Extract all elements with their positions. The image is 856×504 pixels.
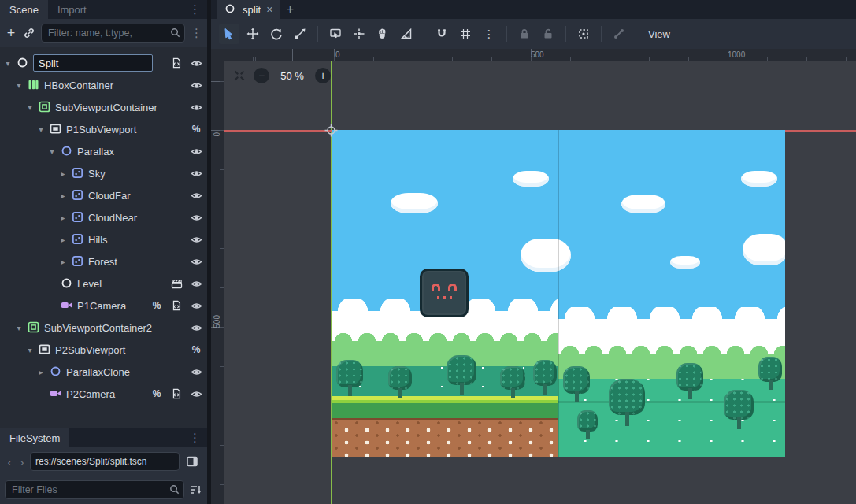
- rename-field[interactable]: Split: [33, 54, 153, 72]
- tree-node-forest[interactable]: ▸Forest: [0, 250, 207, 272]
- expand-icon[interactable]: ▸: [58, 169, 68, 178]
- origin-gizmo-icon[interactable]: [324, 124, 338, 139]
- visibility-eye-icon[interactable]: [188, 146, 204, 158]
- collapse-icon[interactable]: ▾: [36, 125, 46, 134]
- visibility-eye-icon[interactable]: [188, 234, 204, 246]
- unique-name-icon[interactable]: %: [188, 124, 204, 135]
- collapse-icon[interactable]: ▾: [3, 59, 13, 68]
- list-select-tool[interactable]: [325, 24, 346, 44]
- pan-tool[interactable]: [372, 24, 393, 44]
- add-node-button[interactable]: +: [5, 27, 17, 39]
- tree-node-p2subviewport[interactable]: ▾P2SubViewport%: [0, 339, 207, 361]
- instance-scene-link-icon[interactable]: [23, 27, 35, 39]
- tree-node-cloudnear[interactable]: ▸CloudNear: [0, 206, 207, 228]
- move-tool[interactable]: [243, 24, 263, 44]
- split-filesystem-panel-icon[interactable]: [186, 455, 198, 468]
- tree-node-hboxcontainer[interactable]: ▾HBoxContainer: [0, 74, 207, 96]
- smart-snap-toggle[interactable]: [432, 24, 452, 44]
- tree-node-p1camera[interactable]: P1Camera%: [0, 295, 207, 317]
- expand-icon[interactable]: ▸: [58, 191, 68, 200]
- select-tool[interactable]: [219, 24, 239, 44]
- group-button[interactable]: [573, 24, 594, 44]
- visibility-eye-icon[interactable]: [188, 256, 204, 268]
- tree-node-hills[interactable]: ▸Hills: [0, 228, 207, 250]
- expand-icon[interactable]: ▸: [58, 235, 68, 244]
- left-dock-tabbar: Scene Import ⋮: [0, 0, 207, 19]
- skeleton-menu[interactable]: [609, 24, 629, 44]
- tree-node-level[interactable]: Level: [0, 272, 207, 295]
- node-name-label: Parallax: [77, 146, 114, 158]
- view-menu-button[interactable]: View: [639, 26, 680, 43]
- unlock-button[interactable]: [538, 24, 558, 44]
- unique-name-icon[interactable]: %: [149, 300, 165, 311]
- script-icon[interactable]: [169, 57, 184, 69]
- expand-icon[interactable]: ▸: [58, 213, 68, 222]
- history-forward-icon[interactable]: ›: [17, 455, 27, 469]
- scene-panel-menu-icon[interactable]: ⋮: [191, 26, 202, 40]
- lock-button[interactable]: [514, 24, 535, 44]
- center-view-icon[interactable]: [233, 69, 246, 82]
- file-filter-input[interactable]: [5, 480, 184, 499]
- rotate-tool[interactable]: [266, 24, 287, 44]
- scene-tab-split[interactable]: split ×: [217, 0, 280, 19]
- zoom-level-label[interactable]: 50 %: [277, 70, 307, 82]
- expand-icon[interactable]: ▸: [58, 258, 68, 266]
- tree-node-subviewportcontainer[interactable]: ▾SubViewportContainer: [0, 96, 207, 118]
- tree-node-p1subviewport[interactable]: ▾P1SubViewport%: [0, 118, 207, 140]
- filesystem-menu-icon[interactable]: ⋮: [183, 428, 207, 447]
- new-scene-tab-button[interactable]: +: [280, 0, 300, 19]
- collapse-icon[interactable]: ▾: [14, 81, 24, 90]
- zoom-out-button[interactable]: −: [254, 68, 269, 83]
- tree-node-parallax[interactable]: ▾Parallax: [0, 140, 207, 162]
- dock-menu-icon[interactable]: ⋮: [183, 0, 207, 19]
- ruler-tool[interactable]: [396, 24, 417, 44]
- tab-import[interactable]: Import: [48, 0, 96, 19]
- script-icon[interactable]: [169, 388, 184, 399]
- collapse-icon[interactable]: ▾: [25, 103, 35, 112]
- visibility-eye-icon[interactable]: [188, 57, 204, 69]
- tree-node-subviewportcontainer2[interactable]: ▾SubViewportContainer2: [0, 317, 207, 339]
- file-sort-icon[interactable]: [190, 484, 202, 496]
- tree: [676, 363, 703, 399]
- unique-name-icon[interactable]: %: [149, 388, 165, 399]
- visibility-eye-icon[interactable]: [188, 190, 204, 202]
- scale-tool[interactable]: [290, 24, 310, 44]
- history-back-icon[interactable]: ‹: [5, 455, 14, 469]
- tree-node-split[interactable]: ▾Split: [0, 52, 207, 74]
- script-icon[interactable]: [169, 300, 184, 311]
- visibility-eye-icon[interactable]: [188, 366, 204, 378]
- visibility-eye-icon[interactable]: [188, 102, 204, 113]
- current-path-field[interactable]: [30, 452, 180, 471]
- tab-scene[interactable]: Scene: [0, 0, 48, 19]
- collapse-icon[interactable]: ▾: [25, 346, 35, 354]
- visibility-eye-icon[interactable]: [188, 388, 204, 400]
- expand-icon[interactable]: ▸: [36, 368, 46, 376]
- godot-editor: Scene Import ⋮ + ⋮ ▾Split▾HBoxContainer▾…: [0, 0, 856, 504]
- close-tab-icon[interactable]: ×: [266, 3, 272, 16]
- visibility-eye-icon[interactable]: [188, 278, 204, 290]
- scene-filter-input[interactable]: [41, 24, 185, 43]
- 2d-viewport-canvas[interactable]: − 50 % +: [224, 61, 856, 504]
- visibility-eye-icon[interactable]: [188, 300, 204, 312]
- pivot-tool[interactable]: [349, 24, 369, 44]
- visibility-eye-icon[interactable]: [188, 168, 204, 180]
- viewport-split-seam: [558, 130, 559, 457]
- open-scene-icon[interactable]: [169, 278, 184, 290]
- tree-node-p2camera[interactable]: P2Camera%: [0, 383, 207, 405]
- collapse-icon[interactable]: ▾: [14, 324, 24, 332]
- visibility-eye-icon[interactable]: [188, 80, 204, 91]
- tree-node-parallaxclone[interactable]: ▸ParallaxClone: [0, 361, 207, 383]
- tab-filesystem[interactable]: FileSystem: [0, 428, 69, 447]
- unique-name-icon[interactable]: %: [188, 344, 204, 355]
- collapse-icon[interactable]: ▾: [47, 147, 57, 156]
- visibility-eye-icon[interactable]: [188, 322, 204, 334]
- snap-options-menu[interactable]: ⋮: [479, 24, 499, 44]
- viewport-node-icon: [50, 123, 62, 135]
- tree-node-sky[interactable]: ▸Sky: [0, 162, 207, 184]
- visibility-eye-icon[interactable]: [188, 212, 204, 224]
- parallax-node-icon: [72, 211, 84, 224]
- zoom-in-button[interactable]: +: [315, 68, 331, 83]
- tree: [609, 379, 645, 426]
- tree-node-cloudfar[interactable]: ▸CloudFar: [0, 184, 207, 206]
- grid-snap-toggle[interactable]: [455, 24, 476, 44]
